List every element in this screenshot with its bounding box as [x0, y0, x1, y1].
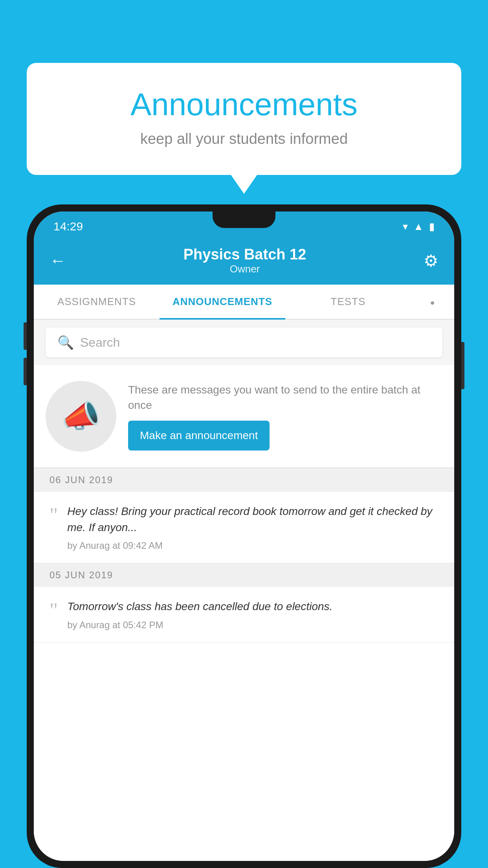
announcement-text-1: Hey class! Bring your practical record b…: [67, 504, 442, 535]
status-time: 14:29: [53, 220, 83, 233]
announcement-item-1: " Hey class! Bring your practical record…: [34, 492, 454, 563]
announcement-content-2: Tomorrow's class has been cancelled due …: [67, 599, 442, 631]
header-center: Physics Batch 12 Owner: [66, 246, 424, 275]
promo-right: These are messages you want to send to t…: [128, 382, 442, 451]
announcement-item-2: " Tomorrow's class has been cancelled du…: [34, 587, 454, 643]
tabs-bar: ASSIGNMENTS ANNOUNCEMENTS TESTS •: [34, 285, 454, 320]
quote-icon-1: ": [50, 505, 58, 526]
bubble-title: Announcements: [58, 86, 430, 123]
tab-announcements[interactable]: ANNOUNCEMENTS: [160, 285, 285, 319]
phone-outer: 14:29 ▾ ▲ ▮ ← Physics Batch 12 Owner ⚙: [27, 204, 461, 868]
back-button[interactable]: ←: [50, 251, 66, 270]
status-icons: ▾ ▲ ▮: [403, 221, 435, 233]
battery-icon: ▮: [429, 221, 435, 233]
header-title: Physics Batch 12: [66, 246, 424, 263]
power-button: [461, 342, 464, 389]
date-separator-1: 06 JUN 2019: [34, 468, 454, 492]
announcement-content-1: Hey class! Bring your practical record b…: [67, 504, 442, 551]
announcement-meta-2: by Anurag at 05:42 PM: [67, 620, 442, 631]
megaphone-circle: 📣: [46, 381, 116, 452]
tab-more[interactable]: •: [411, 285, 454, 319]
app-header: ← Physics Batch 12 Owner ⚙: [34, 238, 454, 285]
bubble-subtitle: keep all your students informed: [58, 131, 430, 147]
search-icon: 🔍: [57, 335, 74, 350]
announcement-text-2: Tomorrow's class has been cancelled due …: [67, 599, 442, 615]
promo-section: 📣 These are messages you want to send to…: [34, 365, 454, 468]
header-subtitle: Owner: [66, 263, 424, 275]
phone-container: 14:29 ▾ ▲ ▮ ← Physics Batch 12 Owner ⚙: [27, 204, 461, 868]
promo-description: These are messages you want to send to t…: [128, 382, 442, 413]
signal-icon: ▲: [413, 221, 424, 233]
speech-bubble-section: Announcements keep all your students inf…: [27, 63, 461, 175]
quote-icon-2: ": [50, 600, 58, 621]
speech-bubble-card: Announcements keep all your students inf…: [27, 63, 461, 175]
content-area: 🔍 Search 📣 These are messages you want t…: [34, 320, 454, 861]
search-bar[interactable]: 🔍 Search: [46, 327, 442, 357]
volume-down-button: [24, 358, 27, 385]
phone-notch: [213, 211, 275, 228]
megaphone-icon: 📣: [61, 398, 101, 435]
announcement-meta-1: by Anurag at 09:42 AM: [67, 540, 442, 551]
make-announcement-button[interactable]: Make an announcement: [128, 421, 270, 451]
wifi-icon: ▾: [403, 221, 408, 233]
tab-tests[interactable]: TESTS: [285, 285, 411, 319]
settings-icon[interactable]: ⚙: [424, 251, 438, 270]
phone-screen: 14:29 ▾ ▲ ▮ ← Physics Batch 12 Owner ⚙: [34, 211, 454, 861]
search-input[interactable]: Search: [80, 335, 120, 350]
tab-assignments[interactable]: ASSIGNMENTS: [34, 285, 160, 319]
volume-up-button: [24, 322, 27, 350]
search-bar-section: 🔍 Search: [34, 320, 454, 365]
date-separator-2: 05 JUN 2019: [34, 563, 454, 587]
